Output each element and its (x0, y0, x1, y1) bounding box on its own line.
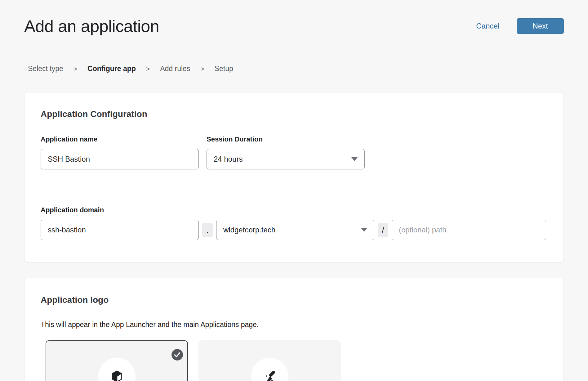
application-domain-group: Application domain . widgetcorp.tech / (41, 206, 546, 240)
step-add-rules[interactable]: Add rules (160, 65, 190, 73)
cancel-button[interactable]: Cancel (476, 22, 499, 30)
breadcrumb: Select type > Configure app > Add rules … (24, 65, 564, 73)
selected-check-icon (172, 349, 183, 361)
application-name-label: Application name (41, 135, 199, 143)
logo-preview-circle (251, 358, 288, 381)
domain-select[interactable]: widgetcorp.tech (216, 220, 374, 240)
application-name-input[interactable] (41, 149, 199, 169)
step-select-type[interactable]: Select type (28, 65, 63, 73)
logo-description: This will appear in the App Launcher and… (41, 320, 546, 329)
dot-separator: . (202, 223, 213, 237)
page-title: Add an application (24, 16, 159, 36)
application-logo-card: Application logo This will appear in the… (24, 278, 564, 381)
logo-option-default[interactable] (46, 340, 188, 381)
chevron-down-icon (351, 157, 358, 161)
name-duration-row: Application name Session Duration 24 hou… (41, 135, 546, 169)
cube-icon (111, 370, 123, 381)
domain-select-value: widgetcorp.tech (223, 226, 275, 234)
breadcrumb-separator: > (146, 65, 150, 73)
step-configure-app[interactable]: Configure app (87, 65, 136, 73)
step-setup[interactable]: Setup (215, 65, 233, 73)
chevron-down-icon (361, 228, 367, 232)
application-domain-row: . widgetcorp.tech / (41, 220, 546, 240)
subdomain-input[interactable] (41, 220, 199, 240)
application-configuration-card: Application Configuration Application na… (24, 92, 564, 262)
session-duration-field: Session Duration 24 hours (207, 135, 365, 169)
header-actions: Cancel Next (476, 18, 564, 34)
breadcrumb-separator: > (200, 65, 204, 73)
application-name-field: Application name (41, 135, 199, 169)
page-header: Add an application Cancel Next (24, 15, 564, 37)
path-input[interactable] (392, 220, 546, 240)
session-duration-value: 24 hours (214, 155, 243, 164)
paintbrush-icon (263, 369, 277, 381)
session-duration-label: Session Duration (207, 135, 365, 143)
next-button[interactable]: Next (517, 18, 564, 34)
add-application-page: Add an application Cancel Next Select ty… (0, 0, 588, 381)
logo-options (46, 340, 546, 381)
session-duration-select[interactable]: 24 hours (207, 149, 365, 169)
logo-option-custom[interactable] (198, 340, 341, 381)
logo-card-title: Application logo (41, 294, 546, 306)
breadcrumb-separator: > (74, 65, 77, 73)
application-domain-label: Application domain (41, 206, 546, 214)
configuration-card-title: Application Configuration (41, 109, 546, 120)
logo-preview-circle (98, 358, 136, 381)
slash-separator: / (378, 223, 388, 237)
